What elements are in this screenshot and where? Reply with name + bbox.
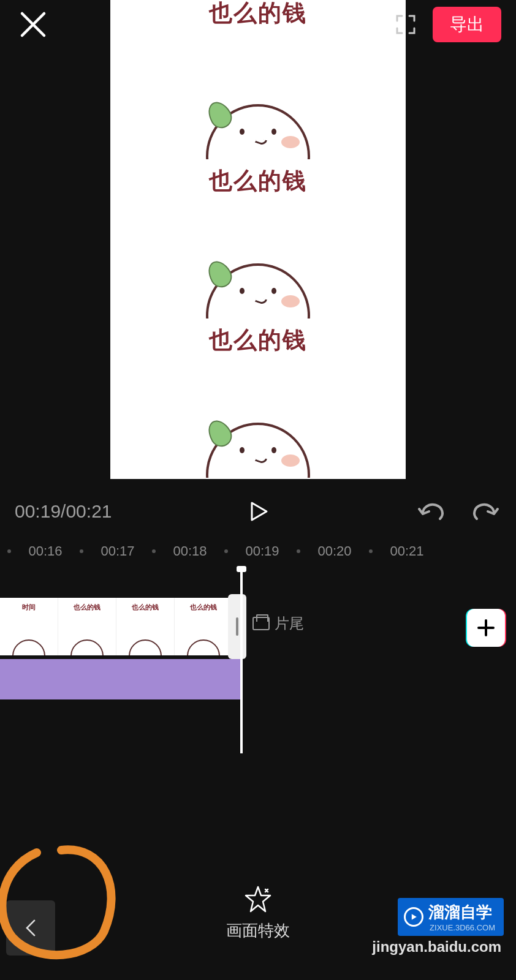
ruler-tick: 00:19: [229, 543, 295, 559]
undo-button[interactable]: [415, 499, 446, 524]
ruler-tick: 00:21: [374, 543, 440, 559]
expand-icon[interactable]: [393, 12, 418, 37]
video-effect-menu[interactable]: 画面特效: [226, 884, 290, 941]
effect-track[interactable]: [0, 659, 242, 699]
star-effect-icon: [243, 884, 273, 914]
thumb-text: 也么的钱: [190, 603, 217, 612]
ruler-dot: [369, 549, 373, 553]
timeline-ruler[interactable]: 00:16 00:17 00:18 00:19 00:20 00:21: [0, 539, 516, 564]
preview-text: 也么的钱: [209, 325, 307, 356]
watermark-logo-text: 溜溜自学: [428, 903, 492, 921]
ruler-dot: [7, 549, 11, 553]
redo-button[interactable]: [471, 499, 501, 524]
play-button[interactable]: [243, 499, 273, 524]
timeline-tracks[interactable]: 时间 也么的钱 也么的钱 也么的钱 片尾: [0, 570, 516, 753]
clip-thumbnail: 也么的钱: [58, 598, 116, 655]
preview-panel: 也么的钱: [110, 318, 406, 478]
video-preview[interactable]: 也么的钱 也么的钱 也么的钱: [110, 0, 406, 479]
playback-controls: 00:19/00:21: [0, 490, 516, 533]
ruler-tick: 00:17: [85, 543, 151, 559]
ruler-dot: [297, 549, 300, 553]
thumb-text: 也么的钱: [132, 603, 159, 612]
header-bar: 导出: [0, 0, 516, 49]
clip-end-handle[interactable]: [228, 594, 246, 659]
ruler-tick: 00:20: [302, 543, 368, 559]
close-button[interactable]: [15, 6, 51, 43]
ruler-tick: 00:18: [157, 543, 223, 559]
ruler-dot: [80, 549, 83, 553]
ruler-dot: [152, 549, 156, 553]
watermark-logo: 溜溜自学 ZIXUE.3D66.COM: [398, 898, 504, 936]
export-button[interactable]: 导出: [433, 7, 501, 42]
back-button[interactable]: [6, 900, 55, 956]
ruler-tick: 00:16: [12, 543, 78, 559]
ending-icon: [252, 617, 270, 630]
preview-panel: 也么的钱: [110, 159, 406, 318]
clip-thumbnail: 也么的钱: [116, 598, 175, 655]
thumb-text: 也么的钱: [74, 603, 101, 612]
video-track[interactable]: 时间 也么的钱 也么的钱 也么的钱: [0, 598, 233, 655]
preview-character: [110, 257, 406, 318]
watermark-source: jingyan.baidu.com: [372, 938, 501, 956]
watermark-logo-sub: ZIXUE.3D66.COM: [430, 923, 495, 932]
effect-menu-label: 画面特效: [226, 920, 290, 941]
preview-character: [110, 417, 406, 478]
playhead[interactable]: [240, 570, 243, 753]
ruler-dot: [224, 549, 228, 553]
watermark-play-icon: [404, 907, 423, 927]
thumb-text: 时间: [22, 603, 36, 612]
add-clip-button[interactable]: [467, 609, 505, 647]
ending-text: 片尾: [275, 614, 304, 633]
clip-thumbnail: 时间: [0, 598, 58, 655]
clip-thumbnail: 也么的钱: [175, 598, 233, 655]
preview-character: [110, 98, 406, 159]
preview-text: 也么的钱: [209, 165, 307, 197]
time-display: 00:19/00:21: [15, 501, 243, 522]
clip-end-label: 片尾: [252, 614, 304, 633]
